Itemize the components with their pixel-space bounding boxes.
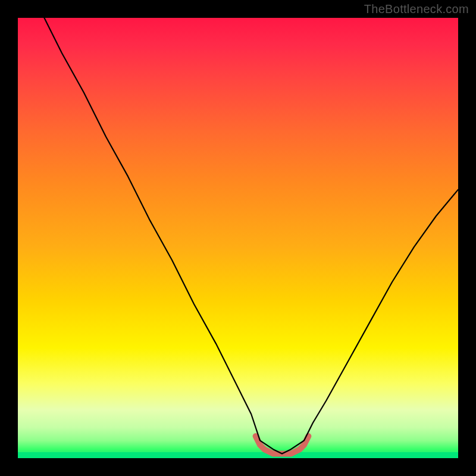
plot-area	[18, 18, 458, 458]
curves-svg	[18, 18, 458, 458]
watermark-text: TheBottleneck.com	[364, 2, 469, 16]
optimal-marker-path	[256, 436, 309, 454]
chart-frame: TheBottleneck.com	[0, 0, 476, 476]
bottleneck-curve-path	[44, 18, 458, 454]
